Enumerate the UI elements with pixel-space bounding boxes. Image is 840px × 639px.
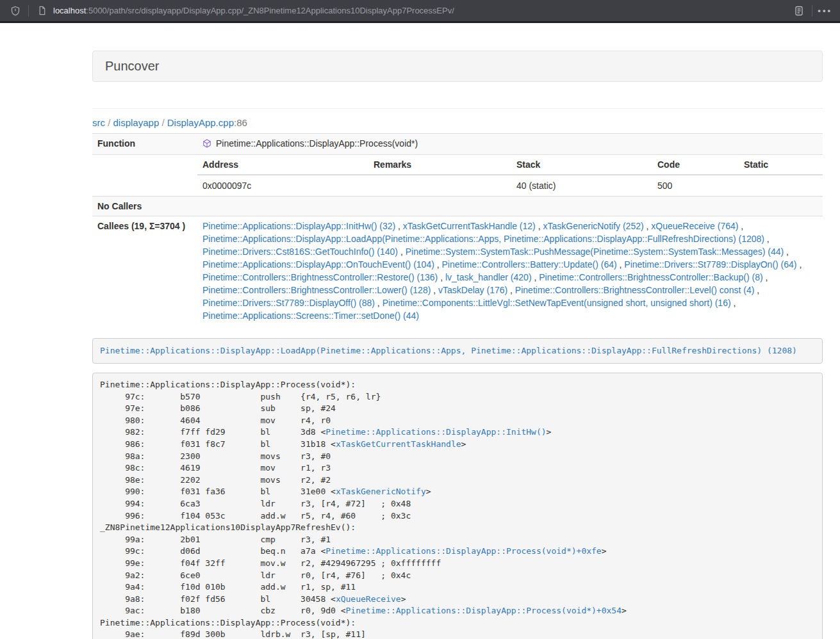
callee-link[interactable]: Pinetime::System::SystemTask::PushMessag… (406, 247, 784, 257)
callee-link[interactable]: Pinetime::Applications::Screens::Timer::… (202, 311, 419, 321)
callee-link[interactable]: Pinetime::Applications::DisplayApp::Load… (202, 234, 764, 244)
address-value: 0x0000097c (197, 175, 368, 196)
callees-list: Pinetime::Applications::DisplayApp::Init… (197, 216, 823, 326)
browser-url-bar: localhost:5000/path/src/displayapp/Displ… (0, 0, 840, 23)
callee-link[interactable]: Pinetime::Controllers::BrightnessControl… (515, 285, 754, 295)
symbol-link[interactable]: Pinetime::Applications::DisplayApp::Init… (325, 427, 546, 437)
function-name: Pinetime::Applications::DisplayApp::Proc… (216, 138, 418, 149)
breadcrumb-separator: / (105, 117, 113, 128)
no-callers-label: No Callers (92, 197, 197, 216)
breadcrumb-link[interactable]: DisplayApp.cpp (167, 117, 234, 128)
url-host: localhost (53, 6, 86, 15)
callee-link[interactable]: vTaskDelay (176) (438, 285, 507, 295)
callee-link[interactable]: xQueueReceive (764) (651, 221, 738, 231)
app-header-panel: Puncover (92, 51, 823, 82)
toolbar-divider (28, 5, 29, 17)
function-cube-icon (202, 138, 211, 151)
table-row: No Callers (92, 197, 823, 216)
url-path: :5000/path/src/displayapp/DisplayApp.cpp… (86, 6, 454, 15)
stats-header-row: Address Remarks Stack Code Static (197, 155, 823, 175)
function-detail-table: Function Pinetime::Applications::Display… (92, 133, 823, 325)
callee-link[interactable]: Pinetime::Components::LittleVgl::SetNewT… (383, 298, 731, 308)
table-row: Function Pinetime::Applications::Display… (92, 134, 823, 155)
stack-value: 40 (static) (511, 175, 652, 196)
callee-link[interactable]: lv_task_handler (420) (445, 272, 532, 282)
callee-link[interactable]: xTaskGetCurrentTaskHandle (12) (403, 221, 536, 231)
callee-link[interactable]: Pinetime::Drivers::St7789::DisplayOff() … (202, 298, 375, 308)
symbol-link[interactable]: Pinetime::Applications::DisplayApp::Proc… (325, 546, 601, 556)
remarks-value (368, 175, 511, 196)
table-row: Callees (19, Σ=3704 ) Pinetime::Applicat… (92, 216, 823, 326)
symbol-link[interactable]: xTaskGenericNotify (336, 487, 426, 496)
breadcrumb-separator: / (159, 117, 167, 128)
callee-link[interactable]: Pinetime::Controllers::BrightnessControl… (539, 272, 762, 282)
shield-icon[interactable] (8, 3, 23, 19)
page-icon[interactable] (34, 3, 49, 19)
symbol-link[interactable]: xQueueReceive (336, 594, 401, 604)
breadcrumb-link[interactable]: src (92, 117, 105, 128)
page-title: Puncover (105, 59, 810, 74)
col-stack: Stack (511, 155, 652, 175)
toolbar-divider (812, 5, 812, 17)
col-address: Address (197, 155, 368, 175)
col-remarks: Remarks (368, 155, 511, 175)
col-static: Static (739, 155, 823, 175)
menu-dots-icon[interactable]: ••• (818, 6, 832, 15)
breadcrumb: src / displayapp / DisplayApp.cpp:86 (92, 116, 823, 129)
stats-value-row: 0x0000097c 40 (static) 500 (197, 175, 823, 196)
callee-link[interactable]: Pinetime::Drivers::St7789::DisplayOn() (… (624, 259, 796, 270)
callee-link[interactable]: Pinetime::Drivers::Cst816S::GetTouchInfo… (202, 247, 398, 257)
snippet-load-app-link[interactable]: Pinetime::Applications::DisplayApp::Load… (100, 346, 797, 355)
callee-link[interactable]: Pinetime::Controllers::BrightnessControl… (202, 285, 431, 295)
disassembly: Pinetime::Applications::DisplayApp::Proc… (92, 373, 823, 639)
static-value (739, 175, 823, 196)
divider (92, 108, 823, 109)
callee-link[interactable]: Pinetime::Controllers::BrightnessControl… (202, 272, 438, 282)
callee-link[interactable]: Pinetime::Applications::DisplayApp::OnTo… (202, 259, 434, 270)
callees-label: Callees (19, Σ=3704 ) (92, 216, 197, 326)
table-row: Address Remarks Stack Code Static 0x0000… (92, 155, 823, 197)
breadcrumb-line-number: :86 (234, 117, 247, 128)
symbol-link[interactable]: Pinetime::Applications::DisplayApp::Proc… (346, 606, 622, 615)
caller-snippet-box: Pinetime::Applications::DisplayApp::Load… (92, 338, 823, 364)
function-stats-table: Address Remarks Stack Code Static 0x0000… (197, 155, 823, 196)
callee-link[interactable]: Pinetime::Controllers::Battery::Update()… (442, 259, 617, 270)
code-value: 500 (652, 175, 739, 196)
col-code: Code (652, 155, 739, 175)
url-text[interactable]: localhost:5000/path/src/displayapp/Displ… (53, 6, 454, 15)
function-row-label: Function (92, 134, 197, 155)
breadcrumb-link[interactable]: displayapp (113, 117, 160, 128)
callee-link[interactable]: Pinetime::Applications::DisplayApp::Init… (202, 221, 395, 231)
callee-link[interactable]: xTaskGenericNotify (252) (543, 221, 643, 231)
symbol-link[interactable]: xTaskGetCurrentTaskHandle (336, 439, 461, 449)
reader-mode-icon[interactable] (791, 3, 807, 19)
